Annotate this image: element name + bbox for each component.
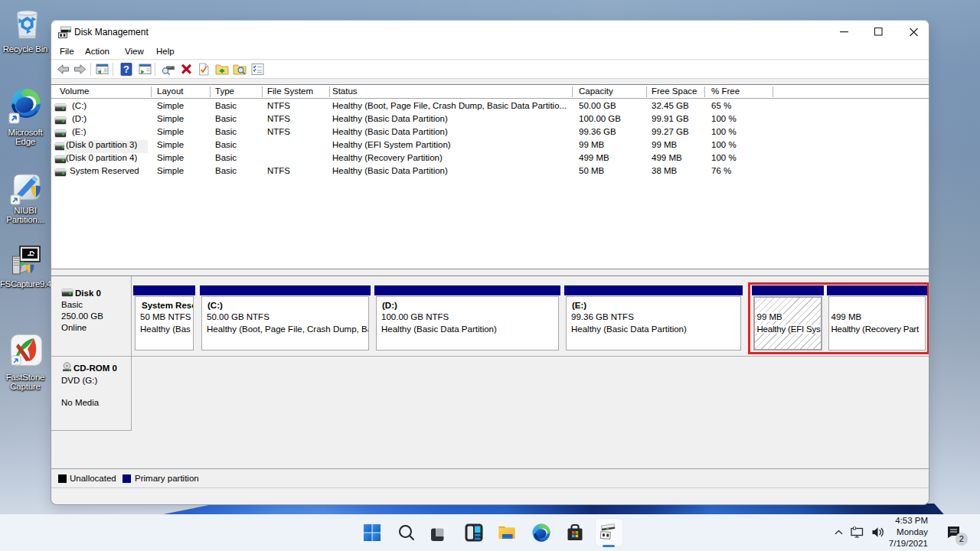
svg-text:?: ? [123,64,129,75]
